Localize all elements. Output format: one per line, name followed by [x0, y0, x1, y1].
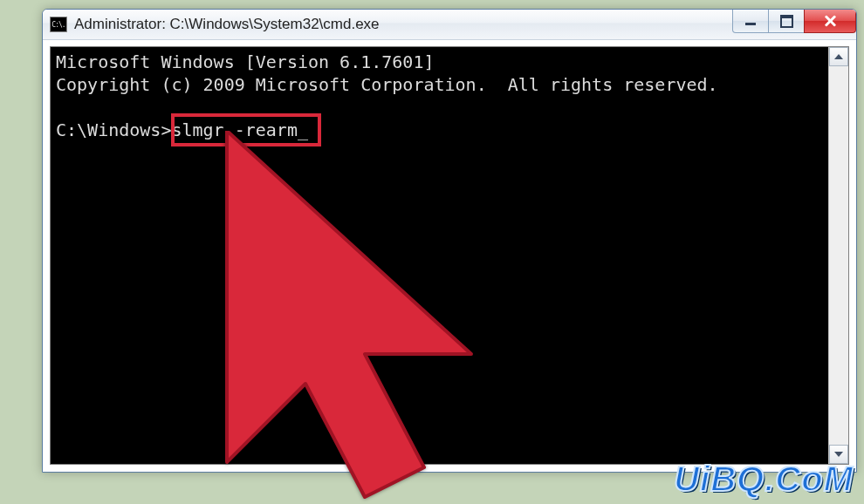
cmd-icon-text: C:\. [51, 21, 65, 29]
console-line-version: Microsoft Windows [Version 6.1.7601] [56, 51, 434, 72]
minimize-button[interactable] [732, 10, 769, 33]
client-area: Microsoft Windows [Version 6.1.7601] Cop… [50, 46, 849, 465]
window-title: Administrator: C:\Windows\System32\cmd.e… [74, 16, 380, 33]
watermark-text: UiBQ.CoM [674, 460, 854, 499]
window-controls [733, 10, 856, 32]
cmd-window: C:\. Administrator: C:\Windows\System32\… [42, 9, 857, 473]
scroll-up-button[interactable] [829, 47, 848, 66]
chevron-down-icon [834, 452, 843, 457]
console-prompt: C:\Windows> [56, 119, 171, 140]
vertical-scrollbar[interactable] [828, 47, 848, 464]
console-cursor: _ [298, 119, 308, 140]
console-line-copyright: Copyright (c) 2009 Microsoft Corporation… [56, 74, 718, 95]
close-icon [823, 15, 837, 27]
cmd-icon: C:\. [50, 17, 67, 32]
chevron-up-icon [834, 54, 843, 59]
titlebar[interactable]: C:\. Administrator: C:\Windows\System32\… [43, 10, 856, 40]
maximize-icon [780, 15, 793, 28]
minimize-icon [745, 23, 756, 25]
close-button[interactable] [804, 10, 856, 33]
console-command: slmgr -rearm [171, 119, 298, 140]
console-output[interactable]: Microsoft Windows [Version 6.1.7601] Cop… [51, 47, 829, 464]
maximize-button[interactable] [768, 10, 805, 33]
